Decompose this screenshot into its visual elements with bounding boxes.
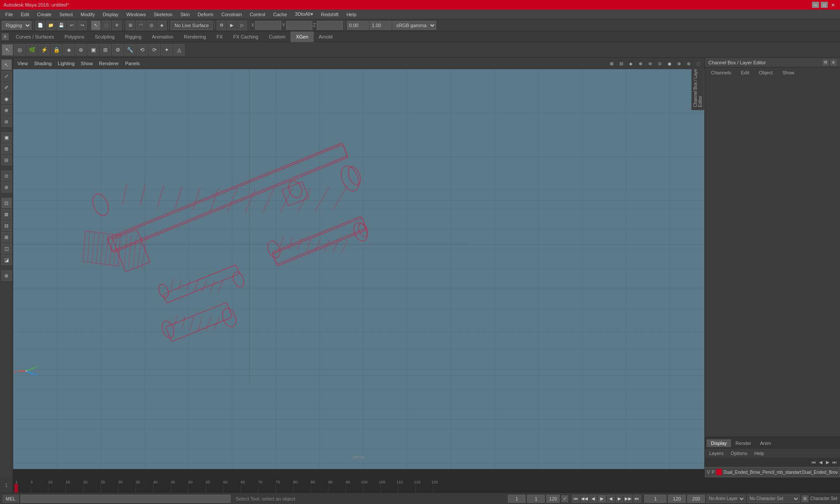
menu-file[interactable]: File [2, 11, 17, 18]
anim-layer-selector[interactable]: No Anim Layer [707, 495, 746, 503]
no-live-surface-button[interactable]: No Live Surface [171, 21, 213, 30]
shelf-icon-3[interactable]: 🌿 [26, 44, 38, 56]
character-set-selector[interactable]: No Character Set [747, 495, 800, 503]
channel-box-close-button[interactable]: ✕ [830, 60, 836, 66]
layer-nav-last[interactable]: ⏭ [831, 458, 838, 466]
tab-sculpting[interactable]: Sculpting [90, 32, 120, 42]
workspace-dropdown[interactable]: Rigging [2, 21, 32, 30]
save-scene-button[interactable]: 💾 [56, 21, 66, 30]
vp-icon-10[interactable]: ◌ [694, 59, 703, 68]
vp-renderer-menu[interactable]: Renderer [96, 60, 122, 67]
shelf-icon-6[interactable]: ◈ [63, 44, 74, 56]
display-tab-render[interactable]: Render [731, 439, 756, 447]
transport-skip-start[interactable]: ⏮ [572, 495, 580, 503]
z-input[interactable] [317, 21, 343, 30]
shelf-icon-4[interactable]: ⚡ [38, 44, 50, 56]
menu-control[interactable]: Control [246, 11, 269, 18]
menu-create[interactable]: Create [34, 11, 55, 18]
ipr-render[interactable]: ▷ [238, 21, 247, 30]
command-input[interactable] [21, 495, 231, 503]
transport-prev-key[interactable]: ◀◀ [581, 495, 588, 503]
tab-channels[interactable]: Channels [707, 69, 735, 76]
left-btn-4[interactable]: ◉ [1, 94, 12, 104]
layer-nav-prev[interactable]: ◀ [817, 458, 824, 466]
shelf-icon-11[interactable]: 🔧 [124, 44, 136, 56]
menu-3dtool[interactable]: 3DtoAll▾ [291, 10, 316, 18]
left-btn-15[interactable]: ⊞ [1, 232, 12, 242]
menu-select[interactable]: Select [56, 11, 77, 18]
options-button[interactable]: Options [728, 450, 750, 457]
transport-play-forward[interactable]: ▶ [598, 495, 606, 503]
menu-skin[interactable]: Skin [177, 11, 193, 18]
transport-next-frame[interactable]: ▶ [616, 495, 623, 503]
shelf-select-icon[interactable]: ↖ [2, 44, 13, 56]
shelf-menu-icon[interactable]: ≡ [2, 33, 9, 40]
vp-icon-7[interactable]: ◉ [665, 59, 674, 68]
tab-polygons[interactable]: Polygons [59, 32, 89, 42]
tab-curves-surfaces[interactable]: Curves / Surfaces [10, 32, 59, 42]
move-tool[interactable]: ✛ [112, 21, 122, 30]
tab-arnold[interactable]: Arnold [314, 32, 338, 42]
total-frames[interactable] [687, 495, 705, 503]
frame-current-display[interactable] [527, 495, 545, 503]
shelf-icon-9[interactable]: ⊞ [100, 44, 111, 56]
timeline-track[interactable]: 1 5 10 15 20 25 30 35 40 45 50 55 60 65 … [13, 478, 840, 493]
left-btn-5[interactable]: ⊕ [1, 105, 12, 116]
left-btn-16[interactable]: ◫ [1, 243, 12, 254]
maximize-button[interactable]: □ [821, 2, 828, 8]
redo-button[interactable]: ↪ [77, 21, 87, 30]
menu-display[interactable]: Display [99, 11, 122, 18]
menu-help[interactable]: Help [343, 11, 360, 18]
playback-frame[interactable] [644, 495, 666, 503]
render-button[interactable]: ▶ [227, 21, 237, 30]
tab-rendering[interactable]: Rendering [178, 32, 211, 42]
playback-end[interactable] [668, 495, 686, 503]
snap-surface[interactable]: ◈ [157, 21, 167, 30]
snap-grid[interactable]: ⊞ [126, 21, 135, 30]
viewport[interactable]: View Shading Lighting Show Renderer Pane… [13, 58, 704, 478]
viewport-canvas[interactable]: Y Z X persp [13, 69, 704, 469]
left-btn-17[interactable]: ◪ [1, 255, 12, 265]
tab-fx[interactable]: FX [211, 32, 228, 42]
vp-icon-9[interactable]: ⊚ [684, 59, 693, 68]
shelf-icon-2[interactable]: ◎ [14, 44, 25, 56]
menu-modify[interactable]: Modify [77, 11, 98, 18]
shelf-icon-8[interactable]: ▣ [88, 44, 99, 56]
menu-constrain[interactable]: Constrain [218, 11, 245, 18]
lasso-tool[interactable]: ◌ [102, 21, 111, 30]
minimize-button[interactable]: ─ [812, 2, 819, 8]
vp-icon-5[interactable]: ⊖ [646, 59, 654, 68]
left-btn-2[interactable]: ⤢ [1, 71, 12, 81]
channel-box-float-button[interactable]: ⧉ [822, 60, 829, 66]
vp-icon-8[interactable]: ⊛ [675, 59, 683, 68]
open-scene-button[interactable]: 📁 [46, 21, 56, 30]
tab-xgen[interactable]: XGen [290, 32, 313, 42]
vp-panels-menu[interactable]: Panels [122, 60, 143, 67]
tab-rigging[interactable]: Rigging [120, 32, 147, 42]
x-input[interactable] [255, 21, 281, 30]
left-btn-9[interactable]: ⊟ [1, 155, 12, 165]
vp-show-menu[interactable]: Show [78, 60, 96, 67]
left-btn-6[interactable]: ⊖ [1, 116, 12, 127]
layer-item[interactable]: V P Dual_Ended_Brow_Pencil_mb_standart:D… [705, 467, 840, 477]
left-btn-8[interactable]: ⊞ [1, 144, 12, 154]
frame-range-end1[interactable] [546, 495, 560, 503]
vp-view-menu[interactable]: View [15, 60, 31, 67]
frame-range-start[interactable] [508, 495, 525, 503]
transport-prev-frame[interactable]: ◀ [589, 495, 597, 503]
menu-skeleton[interactable]: Skeleton [150, 11, 176, 18]
tab-fx-caching[interactable]: FX Caching [228, 32, 263, 42]
vp-icon-6[interactable]: ⊙ [655, 59, 664, 68]
tab-animation[interactable]: Animation [147, 32, 178, 42]
left-select-tool[interactable]: ↖ [1, 60, 12, 70]
transport-next-key[interactable]: ▶▶ [624, 495, 632, 503]
vp-icon-2[interactable]: ⊟ [617, 59, 626, 68]
vp-icon-3[interactable]: ◈ [626, 59, 635, 68]
tab-object[interactable]: Object [754, 69, 777, 76]
left-btn-10[interactable]: ⊙ [1, 171, 12, 181]
menu-windows[interactable]: Windows [123, 11, 150, 18]
transport-play-back[interactable]: ◀ [607, 495, 615, 503]
tab-edit[interactable]: Edit [736, 69, 753, 76]
val2-input[interactable] [370, 21, 392, 30]
menu-edit[interactable]: Edit [18, 11, 33, 18]
